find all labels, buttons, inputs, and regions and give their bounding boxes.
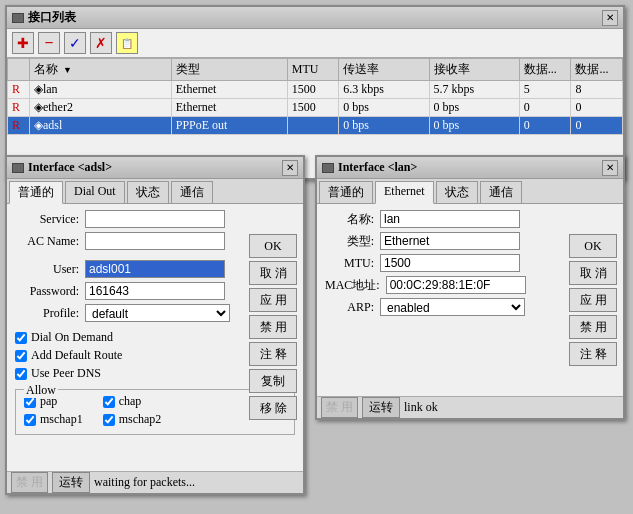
interface-table: 名称 ▼ 类型 MTU 传送率 接收率 数据... 数据... R ◈lan E…	[7, 58, 623, 135]
table-row[interactable]: R ◈adsl PPPoE out 0 bps 0 bps 0 0	[8, 117, 623, 135]
arp-select[interactable]: enabled disabled proxy-arp	[380, 298, 525, 316]
dial-demand-label: Dial On Demand	[31, 330, 113, 345]
row-name: ◈lan	[29, 81, 171, 99]
main-close-button[interactable]: ✕	[602, 10, 618, 26]
row-type: Ethernet	[171, 81, 287, 99]
adsl-status-run-btn[interactable]: 运转	[52, 472, 90, 493]
tab-lan-ethernet[interactable]: Ethernet	[375, 181, 434, 204]
interface-table-container: 名称 ▼ 类型 MTU 传送率 接收率 数据... 数据... R ◈lan E…	[7, 58, 623, 169]
adsl-status-disable-btn[interactable]: 禁 用	[11, 472, 48, 493]
tab-adsl-dialout[interactable]: Dial Out	[65, 181, 125, 203]
add-button[interactable]: ✚	[12, 32, 34, 54]
adsl-remove-button[interactable]: 移 除	[249, 396, 297, 420]
name-input[interactable]	[380, 210, 520, 228]
tab-adsl-status[interactable]: 状态	[127, 181, 169, 203]
lan-window: Interface <lan> ✕ 普通的 Ethernet 状态 通信 名称:…	[315, 155, 625, 420]
row-d2: 0	[571, 117, 623, 135]
main-toolbar: ✚ − ✓ ✗ 📋	[7, 29, 623, 58]
col-d2[interactable]: 数据...	[571, 59, 623, 81]
adsl-window-title: Interface <adsl>	[28, 160, 112, 175]
acname-input[interactable]	[85, 232, 225, 250]
mtu-input[interactable]	[380, 254, 520, 272]
lan-apply-button[interactable]: 应 用	[569, 288, 617, 312]
adsl-window-icon	[12, 163, 24, 173]
dial-demand-checkbox[interactable]	[15, 332, 27, 344]
user-input[interactable]	[85, 260, 225, 278]
profile-label: Profile:	[15, 306, 85, 321]
lan-window-title: Interface <lan>	[338, 160, 417, 175]
password-label: Password:	[15, 284, 85, 299]
service-row: Service:	[15, 210, 295, 228]
chap-row: chap	[103, 394, 162, 409]
lan-statusbar: 禁 用 运转 link ok	[317, 396, 623, 418]
lan-ok-button[interactable]: OK	[569, 234, 617, 258]
main-window-icon	[12, 13, 24, 23]
mac-input[interactable]	[386, 276, 526, 294]
mschap2-checkbox[interactable]	[103, 414, 115, 426]
lan-status-disable-btn[interactable]: 禁 用	[321, 397, 358, 418]
adsl-comment-button[interactable]: 注 释	[249, 342, 297, 366]
remove-button[interactable]: −	[38, 32, 60, 54]
row-d1: 0	[519, 117, 571, 135]
lan-comment-button[interactable]: 注 释	[569, 342, 617, 366]
profile-select[interactable]: default	[85, 304, 230, 322]
lan-titlebar: Interface <lan> ✕	[317, 157, 623, 179]
adsl-copy-button[interactable]: 复制	[249, 369, 297, 393]
default-route-checkbox[interactable]	[15, 350, 27, 362]
tab-adsl-general[interactable]: 普通的	[9, 181, 63, 204]
cross-button[interactable]: ✗	[90, 32, 112, 54]
service-label: Service:	[15, 212, 85, 227]
type-input[interactable]	[380, 232, 520, 250]
tab-lan-traffic[interactable]: 通信	[480, 181, 522, 203]
row-mtu: 1500	[287, 99, 339, 117]
adsl-apply-button[interactable]: 应 用	[249, 288, 297, 312]
col-tx[interactable]: 传送率	[339, 59, 429, 81]
row-mtu: 1500	[287, 81, 339, 99]
row-d1: 5	[519, 81, 571, 99]
adsl-cancel-button[interactable]: 取 消	[249, 261, 297, 285]
tab-lan-status[interactable]: 状态	[436, 181, 478, 203]
lan-disable-button[interactable]: 禁 用	[569, 315, 617, 339]
note-button[interactable]: 📋	[116, 32, 138, 54]
adsl-close-button[interactable]: ✕	[282, 160, 298, 176]
peer-dns-checkbox[interactable]	[15, 368, 27, 380]
table-row[interactable]: R ◈ether2 Ethernet 1500 0 bps 0 bps 0 0	[8, 99, 623, 117]
row-type: PPPoE out	[171, 117, 287, 135]
col-mtu[interactable]: MTU	[287, 59, 339, 81]
arp-label: ARP:	[325, 300, 380, 315]
main-window-title: 接口列表	[28, 9, 76, 26]
table-row[interactable]: R ◈lan Ethernet 1500 6.3 kbps 5.7 kbps 5…	[8, 81, 623, 99]
password-input[interactable]	[85, 282, 225, 300]
mschap1-label: mschap1	[40, 412, 83, 427]
lan-status-run-btn[interactable]: 运转	[362, 397, 400, 418]
main-titlebar: 接口列表 ✕	[7, 7, 623, 29]
row-d2: 0	[571, 99, 623, 117]
lan-status-text: link ok	[404, 400, 438, 415]
mschap2-label: mschap2	[119, 412, 162, 427]
adsl-window: Interface <adsl> ✕ 普通的 Dial Out 状态 通信 Se…	[5, 155, 305, 495]
row-mtu	[287, 117, 339, 135]
tab-lan-general[interactable]: 普通的	[319, 181, 373, 203]
col-d1[interactable]: 数据...	[519, 59, 571, 81]
mtu-label: MTU:	[325, 256, 380, 271]
allow-group-label: Allow	[24, 383, 58, 398]
name-label: 名称:	[325, 211, 380, 228]
adsl-ok-button[interactable]: OK	[249, 234, 297, 258]
mschap1-checkbox[interactable]	[24, 414, 36, 426]
lan-close-button[interactable]: ✕	[602, 160, 618, 176]
check-button[interactable]: ✓	[64, 32, 86, 54]
service-input[interactable]	[85, 210, 225, 228]
mac-label: MAC地址:	[325, 277, 386, 294]
col-rx[interactable]: 接收率	[429, 59, 519, 81]
row-rx: 0 bps	[429, 117, 519, 135]
row-rx: 5.7 kbps	[429, 81, 519, 99]
col-name[interactable]: 名称 ▼	[29, 59, 171, 81]
col-type[interactable]: 类型	[171, 59, 287, 81]
row-marker: R	[8, 117, 30, 135]
chap-checkbox[interactable]	[103, 396, 115, 408]
adsl-disable-button[interactable]: 禁 用	[249, 315, 297, 339]
adsl-statusbar: 禁 用 运转 waiting for packets...	[7, 471, 303, 493]
tab-adsl-traffic[interactable]: 通信	[171, 181, 213, 203]
adsl-tabs: 普通的 Dial Out 状态 通信	[7, 179, 303, 204]
lan-cancel-button[interactable]: 取 消	[569, 261, 617, 285]
